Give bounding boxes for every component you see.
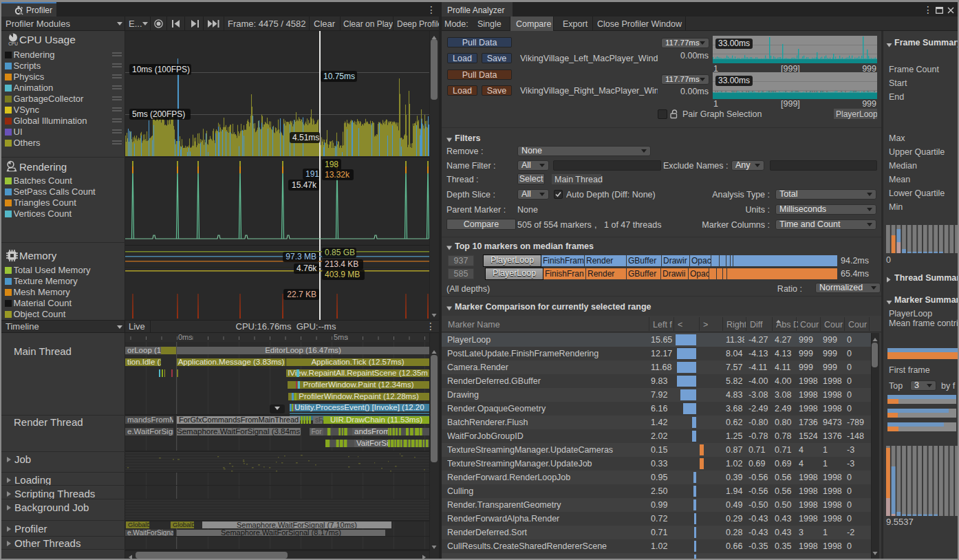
svg-text:CPU: CPU	[8, 41, 18, 46]
